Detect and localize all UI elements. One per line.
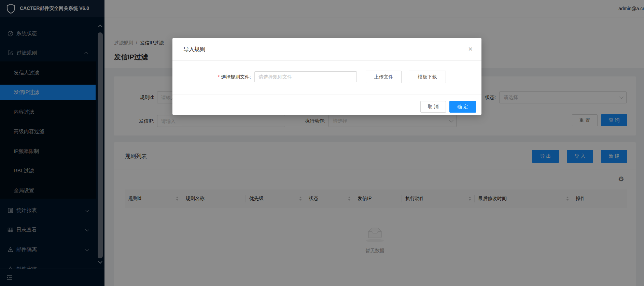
- template-download-button[interactable]: 模板下载: [409, 71, 446, 83]
- modal-title: 导入规则: [183, 38, 205, 60]
- upload-file-button[interactable]: 上传文件: [366, 71, 402, 83]
- import-rules-modal: 导入规则 × *选择规则文件: 上传文件 模板下载 取 消 确 定: [172, 38, 481, 115]
- file-field-label-wrap: *选择规则文件:: [172, 71, 251, 83]
- cancel-button[interactable]: 取 消: [420, 101, 446, 113]
- required-mark: *: [218, 74, 220, 80]
- close-icon[interactable]: ×: [468, 38, 473, 60]
- divider: [172, 60, 481, 61]
- divider: [172, 95, 481, 95]
- rule-file-input[interactable]: [254, 71, 357, 82]
- file-field-label: 选择规则文件:: [221, 74, 251, 80]
- screen: CACTER邮件安全网关系统 V6.0 系统状态 过滤规则 发信人过滤 发信IP…: [0, 0, 644, 286]
- confirm-button[interactable]: 确 定: [449, 101, 476, 113]
